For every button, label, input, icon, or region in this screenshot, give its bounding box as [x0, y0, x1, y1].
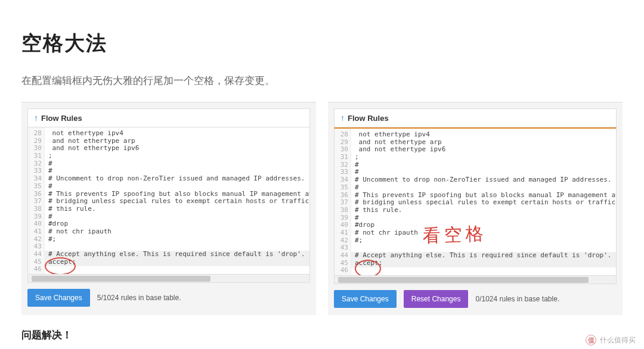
arrow-up-icon: ↑	[34, 113, 38, 123]
code-line[interactable]: accept;	[45, 258, 309, 266]
line-number: 31	[335, 154, 351, 161]
code-line[interactable]: and not ethertype ipv6	[351, 146, 616, 154]
panel-header-label: Flow Rules	[348, 114, 389, 123]
watermark: 值 什么值得买	[586, 335, 636, 345]
code-line[interactable]: accept;	[351, 260, 616, 267]
horizontal-scrollbar[interactable]	[335, 275, 616, 283]
solved-heading: 问题解决！	[21, 328, 623, 342]
line-number: 41	[335, 229, 351, 237]
code-line[interactable]: #;	[351, 237, 616, 245]
line-number: 44	[28, 251, 44, 258]
panel-footer: Save Changes Reset Changes 0/1024 rules …	[334, 290, 617, 308]
code-line[interactable]: not ethertype ipv4	[351, 131, 616, 139]
code-line[interactable]: # Accept anything else. This is required…	[351, 252, 616, 260]
code-line[interactable]: # bridging unless special rules to exemp…	[45, 198, 309, 205]
panel-header[interactable]: ↑ Flow Rules	[334, 108, 617, 127]
right-panel: ↑ Flow Rules 282930313233343536373839404…	[328, 102, 623, 315]
line-number: 46	[335, 267, 351, 275]
line-number: 28	[28, 130, 44, 138]
scrollbar-thumb[interactable]	[338, 277, 589, 283]
code-line[interactable]: #	[351, 184, 616, 192]
line-number: 35	[335, 184, 351, 192]
code-editor-left[interactable]: 28293031323334353637383940414243444546 n…	[27, 127, 310, 283]
code-line[interactable]: #	[351, 161, 616, 169]
code-line[interactable]: # this rule.	[45, 205, 309, 213]
line-number: 41	[28, 228, 44, 236]
code-line[interactable]: # Uncomment to drop non-ZeroTier issued …	[351, 176, 616, 184]
code-line[interactable]: ;	[351, 154, 616, 161]
horizontal-scrollbar[interactable]	[28, 274, 309, 282]
line-number: 34	[335, 176, 351, 184]
panel-header-label: Flow Rules	[41, 114, 82, 123]
code-line[interactable]: #	[351, 214, 616, 222]
line-number: 31	[28, 152, 44, 160]
panel-header[interactable]: ↑ Flow Rules	[27, 108, 310, 127]
code-line[interactable]: #	[45, 213, 309, 221]
line-number: 35	[28, 183, 44, 191]
line-gutter: 28293031323334353637383940414243444546	[335, 129, 351, 275]
code-editor-right[interactable]: 28293031323334353637383940414243444546 n…	[334, 127, 617, 284]
code-line[interactable]: # not chr ipauth	[351, 229, 616, 237]
line-number: 38	[28, 205, 44, 213]
code-line[interactable]: not ethertype ipv4	[45, 130, 309, 138]
line-number: 38	[335, 207, 351, 214]
arrow-up-icon: ↑	[340, 113, 345, 123]
rules-status: 0/1024 rules in base table.	[475, 295, 559, 303]
watermark-badge-icon: 值	[586, 335, 596, 345]
code-line[interactable]: #	[45, 183, 309, 191]
code-line[interactable]: # Accept anything else. This is required…	[45, 251, 309, 258]
code-line[interactable]: # not chr ipauth	[45, 228, 309, 236]
watermark-text: 什么值得买	[600, 335, 636, 345]
line-number: 28	[335, 131, 351, 139]
code-content[interactable]: not ethertype ipv4 and not ethertype arp…	[351, 129, 616, 275]
code-line[interactable]: # this rule.	[351, 207, 616, 214]
scrollbar-thumb[interactable]	[32, 276, 210, 282]
reset-changes-button[interactable]: Reset Changes	[404, 290, 469, 308]
code-line[interactable]	[351, 267, 616, 275]
code-line[interactable]: # bridging unless special rules to exemp…	[351, 199, 616, 207]
line-number: 37	[28, 198, 44, 205]
line-number: 46	[28, 266, 44, 273]
code-line[interactable]: #	[45, 160, 309, 168]
code-line[interactable]: ;	[45, 152, 309, 160]
save-changes-button[interactable]: Save Changes	[334, 290, 397, 308]
code-content[interactable]: not ethertype ipv4 and not ethertype arp…	[45, 127, 309, 273]
code-line[interactable]	[45, 266, 309, 273]
line-number: 34	[28, 175, 44, 183]
screenshot-row: ↑ Flow Rules 282930313233343536373839404…	[21, 102, 623, 315]
page-title: 空格大法	[21, 30, 623, 57]
save-changes-button[interactable]: Save Changes	[27, 289, 90, 307]
line-number: 44	[335, 252, 351, 260]
code-line[interactable]: #;	[45, 236, 309, 244]
rules-status: 5/1024 rules in base table.	[97, 294, 181, 302]
line-gutter: 28293031323334353637383940414243444546	[28, 127, 45, 274]
panel-footer: Save Changes 5/1024 rules in base table.	[27, 289, 310, 307]
code-line[interactable]: and not ethertype ipv6	[45, 145, 309, 152]
left-panel: ↑ Flow Rules 282930313233343536373839404…	[21, 102, 316, 315]
code-line[interactable]: # Uncomment to drop non-ZeroTier issued …	[45, 175, 309, 183]
page-subtitle: 在配置编辑框内无伤大雅的行尾加一个空格，保存变更。	[21, 74, 623, 88]
line-number: 37	[335, 199, 351, 207]
